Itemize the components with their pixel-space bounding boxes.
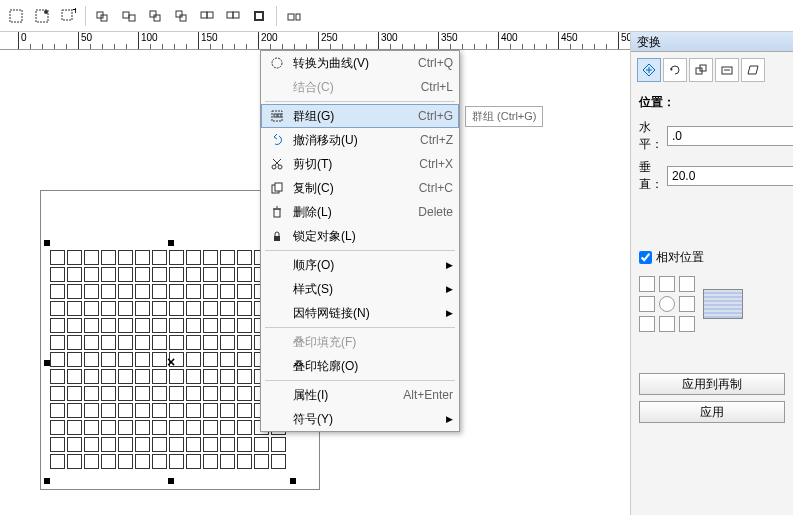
grid-cell[interactable]	[50, 335, 65, 350]
grid-cell[interactable]	[169, 250, 184, 265]
grid-cell[interactable]	[101, 369, 116, 384]
grid-cell[interactable]	[118, 454, 133, 469]
grid-cell[interactable]	[67, 403, 82, 418]
ref-e[interactable]	[679, 296, 695, 312]
grid-cell[interactable]	[169, 386, 184, 401]
grid-cell[interactable]	[169, 284, 184, 299]
grid-cell[interactable]	[203, 403, 218, 418]
tool-align-6[interactable]	[221, 4, 245, 28]
grid-cell[interactable]	[186, 267, 201, 282]
grid-cell[interactable]	[50, 250, 65, 265]
grid-cell[interactable]	[135, 267, 150, 282]
grid-cell[interactable]	[67, 420, 82, 435]
menu-item[interactable]: 复制(C)Ctrl+C	[261, 176, 459, 200]
tool-align-7[interactable]	[247, 4, 271, 28]
grid-cell[interactable]	[118, 403, 133, 418]
menu-item[interactable]: 符号(Y)▶	[261, 407, 459, 431]
grid-cell[interactable]	[118, 437, 133, 452]
grid-cell[interactable]	[186, 420, 201, 435]
grid-cell[interactable]	[220, 284, 235, 299]
grid-cell[interactable]	[186, 301, 201, 316]
grid-cell[interactable]	[237, 267, 252, 282]
grid-cell[interactable]	[203, 318, 218, 333]
grid-cell[interactable]	[135, 437, 150, 452]
grid-cell[interactable]	[237, 437, 252, 452]
ref-sw[interactable]	[639, 316, 655, 332]
grid-cell[interactable]	[101, 284, 116, 299]
grid-cell[interactable]	[67, 335, 82, 350]
grid-cell[interactable]	[50, 318, 65, 333]
grid-cell[interactable]	[220, 335, 235, 350]
grid-cell[interactable]	[152, 352, 167, 367]
grid-cell[interactable]	[118, 420, 133, 435]
menu-item[interactable]: 样式(S)▶	[261, 277, 459, 301]
grid-cell[interactable]	[169, 420, 184, 435]
grid-cell[interactable]	[152, 335, 167, 350]
tool-select-dashed[interactable]	[4, 4, 28, 28]
grid-cell[interactable]	[118, 267, 133, 282]
grid-cell[interactable]	[220, 386, 235, 401]
grid-cell[interactable]	[237, 454, 252, 469]
ref-se[interactable]	[679, 316, 695, 332]
grid-cell[interactable]	[50, 267, 65, 282]
grid-cell[interactable]	[169, 267, 184, 282]
tab-rotate[interactable]	[663, 58, 687, 82]
grid-cell[interactable]	[237, 301, 252, 316]
grid-cell[interactable]	[50, 437, 65, 452]
grid-cell[interactable]	[118, 352, 133, 367]
grid-cell[interactable]	[220, 420, 235, 435]
grid-cell[interactable]	[203, 352, 218, 367]
grid-cell[interactable]	[67, 454, 82, 469]
grid-cell[interactable]	[101, 437, 116, 452]
grid-cell[interactable]	[186, 250, 201, 265]
grid-cell[interactable]	[237, 420, 252, 435]
menu-item[interactable]: 剪切(T)Ctrl+X	[261, 152, 459, 176]
selection-handle-nw[interactable]	[44, 240, 50, 246]
grid-cell[interactable]	[152, 369, 167, 384]
grid-cell[interactable]	[101, 267, 116, 282]
tool-select-plus[interactable]: +	[56, 4, 80, 28]
grid-cell[interactable]	[152, 437, 167, 452]
grid-cell[interactable]	[220, 250, 235, 265]
grid-cell[interactable]	[203, 386, 218, 401]
grid-cell[interactable]	[237, 284, 252, 299]
grid-cell[interactable]	[118, 369, 133, 384]
ref-nw[interactable]	[639, 276, 655, 292]
grid-cell[interactable]	[169, 403, 184, 418]
menu-item[interactable]: 转换为曲线(V)Ctrl+Q	[261, 51, 459, 75]
grid-cell[interactable]	[169, 437, 184, 452]
grid-cell[interactable]	[67, 267, 82, 282]
grid-cell[interactable]	[84, 301, 99, 316]
grid-cell[interactable]	[50, 301, 65, 316]
grid-cell[interactable]	[84, 454, 99, 469]
tool-align-3[interactable]	[143, 4, 167, 28]
grid-cell[interactable]	[237, 386, 252, 401]
grid-cell[interactable]	[152, 267, 167, 282]
grid-cell[interactable]	[271, 454, 286, 469]
grid-cell[interactable]	[186, 318, 201, 333]
grid-cell[interactable]	[118, 318, 133, 333]
grid-cell[interactable]	[67, 301, 82, 316]
grid-cell[interactable]	[50, 403, 65, 418]
grid-cell[interactable]	[67, 318, 82, 333]
grid-cell[interactable]	[220, 318, 235, 333]
grid-cell[interactable]	[84, 267, 99, 282]
grid-cell[interactable]	[203, 454, 218, 469]
grid-cell[interactable]	[101, 335, 116, 350]
grid-cell[interactable]	[237, 369, 252, 384]
grid-cell[interactable]	[67, 386, 82, 401]
grid-cell[interactable]	[237, 318, 252, 333]
relative-position-checkbox[interactable]	[639, 251, 652, 264]
selection-handle-se[interactable]	[290, 478, 296, 484]
selection-handle-n[interactable]	[168, 240, 174, 246]
grid-cell[interactable]	[152, 386, 167, 401]
grid-cell[interactable]	[220, 437, 235, 452]
grid-cell[interactable]	[84, 250, 99, 265]
grid-cell[interactable]	[152, 403, 167, 418]
grid-cell[interactable]	[186, 335, 201, 350]
menu-item[interactable]: 顺序(O)▶	[261, 253, 459, 277]
grid-cell[interactable]	[254, 437, 269, 452]
grid-cell[interactable]	[50, 420, 65, 435]
grid-cell[interactable]	[220, 369, 235, 384]
grid-cell[interactable]	[203, 284, 218, 299]
